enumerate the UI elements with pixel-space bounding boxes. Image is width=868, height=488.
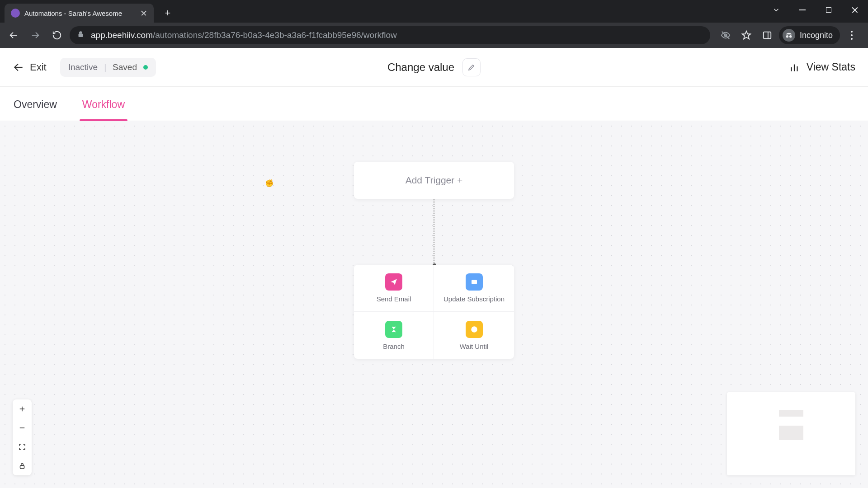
tabs-dropdown-icon[interactable] (763, 0, 789, 20)
action-label: Update Subscription (443, 295, 505, 303)
status-chip: Inactive | Saved (60, 58, 156, 77)
url-path: /automations/28fb3a76-b0a3-4e3b-a3a6-f1f… (153, 30, 397, 40)
exit-button[interactable]: Exit (13, 61, 47, 73)
url-host: app.beehiiv.com (91, 30, 153, 40)
edit-name-button[interactable] (462, 58, 481, 76)
incognito-icon (783, 29, 795, 42)
card-icon (466, 273, 483, 291)
svg-point-8 (786, 35, 789, 38)
view-stats-button[interactable]: View Stats (788, 61, 855, 73)
minimap[interactable] (727, 392, 855, 475)
app-header: Exit Inactive | Saved Change value View … (0, 48, 868, 87)
svg-marker-5 (742, 31, 750, 39)
window-close-button[interactable] (842, 0, 868, 20)
status-inactive: Inactive (68, 62, 98, 72)
window-maximize-button[interactable] (816, 0, 842, 20)
minimap-node (779, 426, 803, 440)
eye-off-icon[interactable] (717, 26, 735, 44)
view-stats-label: View Stats (807, 61, 855, 73)
status-dot-icon (143, 65, 148, 70)
branch-icon (385, 321, 402, 338)
clock-icon (466, 321, 483, 338)
svg-rect-2 (79, 34, 83, 37)
browser-tab-strip: Automations - Sarah's Awesome + (0, 0, 868, 23)
minimap-node (779, 410, 803, 417)
url-text: app.beehiiv.com/automations/28fb3a76-b0a… (91, 30, 703, 40)
add-trigger-label: Add Trigger + (406, 175, 463, 186)
tab-overview[interactable]: Overview (14, 99, 57, 121)
action-update-subscription[interactable]: Update Subscription (434, 265, 514, 312)
arrow-left-icon (13, 61, 24, 73)
tab-title: Automations - Sarah's Awesome (24, 9, 136, 17)
address-bar[interactable]: app.beehiiv.com/automations/28fb3a76-b0a… (70, 26, 710, 44)
svg-rect-20 (20, 465, 24, 469)
pencil-icon (467, 63, 476, 71)
add-trigger-node[interactable]: Add Trigger + (354, 162, 514, 199)
browser-menu-button[interactable] (843, 26, 861, 44)
nav-back-button[interactable] (5, 26, 23, 44)
action-label: Send Email (377, 295, 411, 303)
workflow-canvas[interactable]: ✊ Add Trigger + Send Email Update Subscr… (0, 121, 868, 488)
new-tab-button[interactable]: + (160, 5, 175, 21)
browser-tab[interactable]: Automations - Sarah's Awesome (5, 4, 154, 23)
incognito-label: Incognito (800, 31, 833, 40)
action-label: Wait Until (460, 343, 489, 350)
close-tab-icon[interactable] (140, 9, 147, 17)
lock-canvas-button[interactable] (13, 456, 32, 475)
svg-rect-6 (764, 32, 771, 39)
tab-workflow[interactable]: Workflow (82, 99, 125, 121)
nav-forward-button[interactable] (26, 26, 44, 44)
browser-toolbar: app.beehiiv.com/automations/28fb3a76-b0a… (0, 23, 868, 48)
exit-label: Exit (30, 61, 47, 73)
action-label: Branch (383, 343, 405, 350)
action-send-email[interactable]: Send Email (354, 265, 434, 312)
automation-title-group: Change value (387, 58, 481, 76)
side-panel-icon[interactable] (758, 26, 776, 44)
action-picker-node: Send Email Update Subscription Branch Wa… (354, 265, 514, 359)
fit-view-button[interactable] (13, 437, 32, 456)
connector-edge (434, 199, 434, 265)
subnav: Overview Workflow (0, 87, 868, 121)
zoom-out-button[interactable] (13, 418, 32, 437)
lock-icon (77, 30, 85, 40)
grab-cursor-icon: ✊ (265, 179, 274, 188)
automation-name: Change value (387, 61, 454, 74)
action-wait-until[interactable]: Wait Until (434, 312, 514, 359)
status-separator: | (104, 62, 106, 72)
svg-point-9 (789, 35, 792, 38)
window-minimize-button[interactable] (789, 0, 816, 20)
zoom-in-button[interactable] (13, 399, 32, 418)
bar-chart-icon (788, 61, 800, 73)
status-saved: Saved (113, 62, 137, 72)
nav-reload-button[interactable] (48, 26, 66, 44)
action-branch[interactable]: Branch (354, 312, 434, 359)
bookmark-star-icon[interactable] (737, 26, 755, 44)
tab-favicon (11, 9, 20, 18)
window-controls (763, 0, 868, 20)
incognito-chip[interactable]: Incognito (779, 26, 840, 44)
paper-plane-icon (385, 273, 402, 291)
canvas-toolbar (13, 399, 32, 475)
app-root: Exit Inactive | Saved Change value View … (0, 48, 868, 488)
